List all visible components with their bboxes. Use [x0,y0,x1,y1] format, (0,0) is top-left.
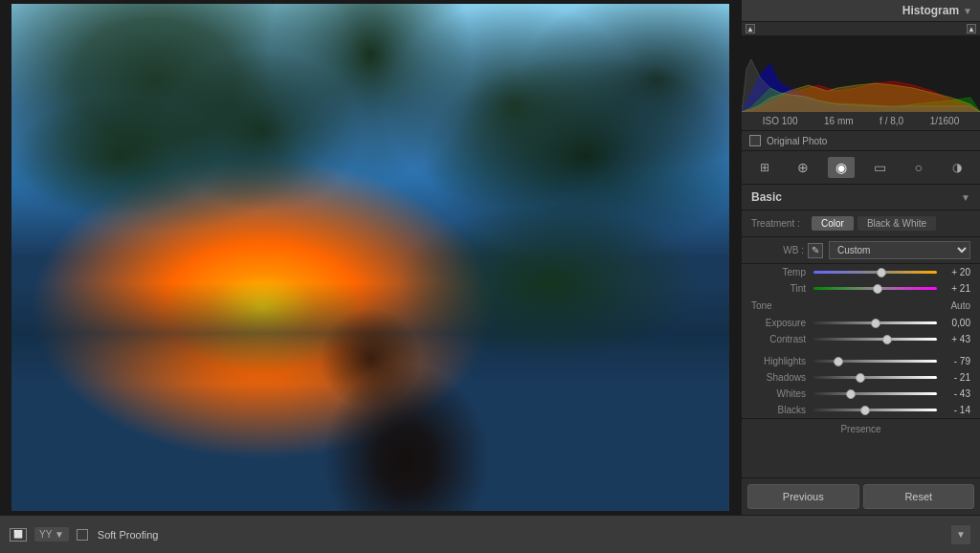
reset-button[interactable]: Reset [863,484,975,509]
previous-button[interactable]: Previous [747,484,859,509]
shadow-clipping-icon[interactable]: ▲ [746,24,755,33]
rect-select-icon[interactable]: ▭ [867,157,894,178]
action-buttons: Previous Reset [742,477,980,515]
exposure-label: Exposure [751,318,813,328]
tint-value: + 21 [937,283,970,294]
tool-icons-row: ⊞ ⊕ ◉ ▭ ○ ◑ [742,151,980,185]
yy-badge[interactable]: YY ▼ [34,527,69,542]
blacks-slider-row: Blacks - 14 [742,402,980,418]
presence-row: Presence [742,418,980,439]
tint-slider-thumb[interactable] [873,284,882,294]
bottom-right: ▼ [951,525,970,544]
exposure-value: 0,00 [937,318,970,328]
histogram-meta: ISO 100 16 mm f / 8,0 1/1600 [742,112,980,131]
heal-tool-icon[interactable]: ◉ [828,157,855,178]
original-photo-label: Original Photo [767,136,827,146]
whites-slider-track[interactable] [813,392,937,395]
exposure-slider-row: Exposure 0,00 [742,315,980,331]
blacks-slider-thumb[interactable] [860,406,870,415]
whites-slider-row: Whites - 43 [742,386,980,402]
frame-icon[interactable]: ⬜ [10,528,27,542]
whites-slider-thumb[interactable] [846,389,856,399]
tint-label: Tint [751,283,813,294]
temp-slider-track[interactable] [813,271,937,274]
photo-area [0,0,741,515]
photo-image [11,4,729,511]
highlights-value: - 79 [937,356,970,366]
contrast-label: Contrast [751,334,813,344]
highlights-label: Highlights [751,356,813,366]
shadows-slider-thumb[interactable] [856,373,865,383]
blacks-value: - 14 [937,405,970,415]
aperture-value: f / 8,0 [880,116,903,126]
bottom-arrow-icon[interactable]: ▼ [951,525,970,544]
whites-value: - 43 [937,388,970,399]
tone-label: Tone [751,300,772,311]
tone-header-row: Tone Auto [742,297,980,315]
bottom-left: ⬜ YY ▼ Soft Proofing [10,527,951,542]
treatment-label: Treatment : [751,218,804,229]
treatment-row: Treatment : Color Black & White [742,210,980,237]
tree-overlay [11,4,729,511]
brush-tool-icon[interactable]: ◑ [944,157,970,178]
exposure-slider-thumb[interactable] [871,319,880,328]
whites-label: Whites [751,388,813,399]
tint-slider-track[interactable] [813,287,937,290]
original-photo-row: Original Photo [742,131,980,151]
grid-tool-icon[interactable]: ⊞ [751,157,778,178]
temp-slider-row: Temp + 20 [742,264,980,280]
blacks-slider-track[interactable] [813,409,937,411]
highlights-slider-thumb[interactable] [834,357,843,366]
main-area: Histogram ▼ ▲ ▲ ISO 100 [0,0,980,515]
histogram-arrows: ▲ ▲ [742,22,980,35]
basic-section-arrow[interactable]: ▼ [961,192,970,203]
contrast-slider-thumb[interactable] [882,335,892,344]
wb-eyedropper-icon[interactable]: ✎ [808,243,823,258]
highlights-slider-row: Highlights - 79 [742,353,980,369]
basic-section-header: Basic ▼ [742,185,980,210]
original-photo-checkbox[interactable] [749,135,761,146]
contrast-slider-track[interactable] [813,338,937,341]
bottom-toolbar: ⬜ YY ▼ Soft Proofing ▼ [0,515,980,553]
bw-treatment-btn[interactable]: Black & White [858,216,936,231]
temp-slider-thumb[interactable] [877,268,886,277]
focal-value: 16 mm [824,116,854,126]
presence-label: Presence [840,424,880,434]
blacks-label: Blacks [751,405,813,415]
highlight-clipping-icon[interactable]: ▲ [967,24,976,33]
wb-label: WB : [751,245,804,255]
wb-select[interactable]: Custom As Shot Auto Daylight Cloudy Shad… [829,241,970,259]
auto-tone-btn[interactable]: Auto [950,300,970,311]
histogram-svg [742,35,980,112]
temp-label: Temp [751,267,813,277]
histogram-canvas [742,35,980,112]
soft-proofing-checkbox[interactable] [77,529,88,541]
histogram-header: Histogram ▼ [742,0,980,22]
color-treatment-btn[interactable]: Color [812,216,854,231]
temp-value: + 20 [937,267,970,277]
crop-tool-icon[interactable]: ⊕ [790,157,816,178]
histogram-title: Histogram [902,4,959,17]
exposure-slider-track[interactable] [813,321,937,324]
contrast-value: + 43 [937,334,970,344]
shadows-value: - 21 [937,372,970,383]
tint-slider-row: Tint + 21 [742,280,980,297]
wb-row: WB : ✎ Custom As Shot Auto Daylight Clou… [742,237,980,264]
histogram-dropdown-icon[interactable]: ▼ [963,6,972,16]
shadows-slider-row: Shadows - 21 [742,369,980,386]
basic-section-title: Basic [751,190,782,204]
shutter-value: 1/1600 [930,116,960,126]
soft-proofing-label: Soft Proofing [98,529,159,541]
shadows-label: Shadows [751,372,813,383]
right-panel: Histogram ▼ ▲ ▲ ISO 100 [741,0,980,515]
photo-container [11,4,729,511]
shadows-slider-track[interactable] [813,376,937,379]
contrast-slider-row: Contrast + 43 [742,331,980,347]
iso-value: ISO 100 [763,116,798,126]
soft-proofing-group: Soft Proofing [77,529,159,541]
highlights-slider-track[interactable] [813,360,937,363]
circle-select-icon[interactable]: ○ [905,157,932,178]
